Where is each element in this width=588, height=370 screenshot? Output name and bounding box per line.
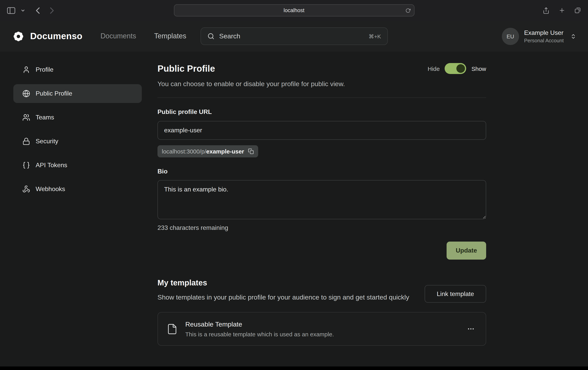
visibility-hide-label: Hide — [428, 65, 440, 72]
templates-title: My templates — [158, 278, 409, 288]
profile-url-badge[interactable]: localhost:3000/p/example-user — [158, 145, 258, 157]
search-shortcut: ⌘+K — [369, 33, 381, 39]
visibility-toggle[interactable] — [445, 63, 466, 74]
sidebar-item-label: Teams — [36, 114, 54, 121]
lock-icon — [22, 137, 30, 145]
sidebar-item-api-tokens[interactable]: API Tokens — [13, 156, 142, 175]
window-bottom-edge — [0, 367, 588, 370]
search-icon — [207, 32, 214, 40]
sidebar-item-webhooks[interactable]: Webhooks — [13, 180, 142, 198]
visibility-show-label: Show — [472, 65, 486, 72]
tab-overview-button[interactable] — [574, 7, 581, 14]
app-header: Documenso Documents Templates Search ⌘+K… — [0, 21, 588, 52]
user-menu[interactable]: EU Example User Personal Account — [502, 28, 576, 45]
avatar: EU — [502, 28, 519, 45]
bio-label: Bio — [158, 168, 486, 175]
sidebar-item-profile[interactable]: Profile — [13, 60, 142, 79]
search-bar[interactable]: Search ⌘+K — [200, 27, 388, 45]
file-icon — [167, 323, 178, 335]
documenso-logo-icon — [12, 30, 25, 43]
copy-icon[interactable] — [248, 148, 254, 154]
new-tab-button[interactable] — [559, 7, 565, 14]
bio-textarea[interactable]: This is an example bio. — [158, 180, 486, 219]
sidebar-item-label: API Tokens — [36, 162, 67, 169]
main-content: Public Profile Hide Show You can choose … — [158, 60, 486, 346]
search-placeholder: Search — [219, 32, 240, 40]
sidebar-item-label: Public Profile — [36, 90, 72, 97]
user-account-type: Personal Account — [524, 37, 564, 43]
forward-button[interactable] — [50, 7, 54, 14]
nav-documents[interactable]: Documents — [100, 32, 136, 40]
back-button[interactable] — [35, 7, 40, 14]
sidebar-item-security[interactable]: Security — [13, 132, 142, 151]
sidebar-item-public-profile[interactable]: Public Profile — [13, 84, 142, 103]
user-icon — [22, 66, 30, 74]
toggle-knob — [457, 64, 465, 73]
page-subtitle: You can choose to enable or disable your… — [158, 80, 486, 88]
template-title: Reusable Template — [185, 321, 334, 329]
profile-url-input[interactable] — [158, 121, 486, 140]
template-info: Reusable Template This is a reusable tem… — [185, 321, 334, 338]
url-slug: example-user — [206, 148, 244, 155]
chevrons-up-down-icon — [570, 33, 576, 39]
templates-header: My templates Show templates in your publ… — [158, 278, 409, 303]
content: Profile Public Profile Teams Security — [0, 52, 588, 346]
settings-sidebar: Profile Public Profile Teams Security — [13, 60, 142, 346]
user-name: Example User — [524, 29, 564, 36]
braces-icon — [22, 161, 30, 169]
brand[interactable]: Documenso — [12, 30, 83, 43]
url-label: Public profile URL — [158, 108, 486, 115]
share-button[interactable] — [543, 6, 550, 14]
url-text: localhost — [284, 7, 304, 13]
browser-toolbar: localhost — [0, 0, 588, 21]
sidebar-item-label: Profile — [36, 66, 53, 73]
ellipsis-icon — [467, 325, 475, 333]
bio-remaining: 233 characters remaining — [158, 224, 486, 231]
toolbar-chevron-down-icon[interactable] — [21, 9, 25, 11]
template-menu-button[interactable] — [465, 323, 477, 335]
update-button[interactable]: Update — [447, 242, 486, 260]
reload-button[interactable] — [405, 8, 410, 13]
link-template-button[interactable]: Link template — [425, 285, 486, 303]
public-url-text: localhost:3000/p/example-user — [162, 148, 244, 155]
brand-name: Documenso — [30, 31, 83, 41]
globe-icon — [22, 90, 30, 97]
sidebar-item-teams[interactable]: Teams — [13, 108, 142, 127]
section-divider — [158, 97, 486, 98]
app-window: localhost — [0, 0, 588, 370]
template-description: This is a reusable template which is use… — [185, 331, 334, 338]
template-card[interactable]: Reusable Template This is a reusable tem… — [158, 312, 486, 346]
page-title: Public Profile — [158, 63, 215, 74]
templates-description: Show templates in your public profile fo… — [158, 292, 409, 303]
url-prefix: localhost:3000/p/ — [162, 148, 206, 155]
sidebar-item-label: Webhooks — [36, 185, 65, 193]
webhook-icon — [22, 185, 30, 193]
visibility-control: Hide Show — [428, 63, 486, 74]
main-nav: Documents Templates — [100, 32, 186, 40]
url-field[interactable]: localhost — [174, 4, 414, 16]
sidebar-toggle-icon[interactable] — [7, 7, 15, 14]
sidebar-item-label: Security — [36, 138, 58, 145]
users-icon — [22, 113, 30, 121]
nav-templates[interactable]: Templates — [154, 32, 186, 40]
